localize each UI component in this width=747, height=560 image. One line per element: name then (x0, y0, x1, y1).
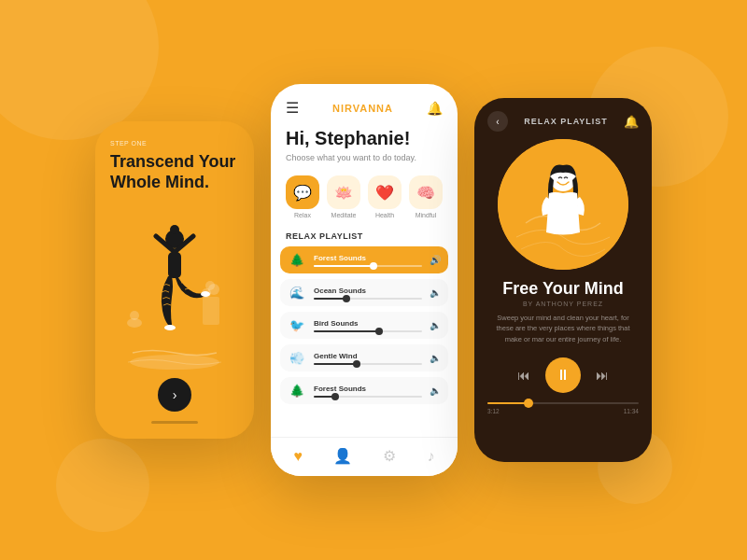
bell-icon[interactable]: 🔔 (427, 101, 443, 116)
pl-name-wind: Gentle Wind (314, 352, 422, 360)
subtitle: Choose what you want to do today. (271, 153, 458, 172)
headline: Transcend Your Whole Mind. (110, 152, 239, 192)
pl-fill-forest (314, 265, 374, 267)
yoga-illustration (123, 203, 226, 376)
health-label: Health (375, 212, 394, 218)
playlist-item-forest-active[interactable]: 🌲 Forest Sounds 🔊 (280, 246, 448, 273)
category-relax[interactable]: 💬 Relax (286, 175, 319, 218)
forest-icon: 🌲 (288, 253, 306, 267)
pl-dot-wind (353, 360, 360, 368)
mindful-label: Mindful (416, 212, 437, 218)
playlist-item-forest2[interactable]: 🌲 Forest Sounds 🔈 (280, 377, 448, 404)
pl-progress-forest2 (314, 396, 422, 398)
pl-dot-bird (375, 328, 383, 335)
bird-icon: 🐦 (288, 318, 306, 332)
song-description: Sweep your mind and clean your heart, fo… (474, 313, 652, 354)
album-art (498, 139, 628, 270)
playlist-list: 🌲 Forest Sounds 🔊 🌊 Ocean Sounds (271, 246, 458, 437)
pl-dot-forest (370, 262, 377, 270)
nav-user[interactable]: 👤 (333, 447, 352, 465)
pl-progress-wind (314, 363, 422, 365)
pl-name-forest: Forest Sounds (314, 254, 422, 262)
playlist-item-wind[interactable]: 💨 Gentle Wind 🔈 (280, 344, 448, 371)
bottom-nav: ♥ 👤 ⚙ ♪ (271, 437, 458, 476)
player-header: ‹ RELAX PLAYLIST 🔔 (474, 98, 652, 139)
progress-bar[interactable] (487, 402, 639, 404)
total-time: 11:34 (624, 408, 639, 414)
current-time: 3:12 (487, 408, 500, 414)
pl-name-ocean: Ocean Sounds (314, 287, 422, 295)
wind-icon: 💨 (288, 351, 306, 365)
player-title: RELAX PLAYLIST (524, 117, 608, 126)
next-button[interactable]: › (158, 378, 191, 412)
svg-rect-11 (168, 252, 181, 278)
app-header: ☰ NIRVANNA 🔔 (271, 84, 458, 124)
pl-dot-ocean (343, 295, 350, 302)
nav-heart[interactable]: ♥ (294, 448, 303, 465)
svg-point-4 (205, 281, 215, 290)
phone-main-app: ☰ NIRVANNA 🔔 Hi, Stephanie! Choose what … (271, 84, 458, 476)
back-button[interactable]: ‹ (487, 111, 508, 132)
pl-info-bird: Bird Sounds (314, 319, 422, 332)
relax-label: Relax (294, 212, 311, 218)
playlist-item-ocean[interactable]: 🌊 Ocean Sounds 🔈 (280, 279, 448, 306)
pl-info-forest: Forest Sounds (314, 254, 422, 267)
svg-rect-1 (203, 297, 219, 325)
greeting: Hi, Stephanie! (271, 124, 458, 153)
mindful-icon-box: 🧠 (409, 175, 443, 209)
pl-progress-ocean (314, 298, 422, 300)
pl-vol-forest: 🔊 (430, 255, 441, 265)
meditate-icon-box: 🪷 (327, 175, 360, 209)
health-icon-box: ❤️ (368, 175, 402, 209)
pl-fill-bird (314, 330, 379, 332)
pl-vol-bird: 🔈 (430, 320, 441, 330)
progress-times: 3:12 11:34 (487, 408, 639, 414)
progress-fill (487, 402, 529, 404)
ocean-icon: 🌊 (288, 286, 306, 300)
nav-music[interactable]: ♪ (427, 448, 434, 465)
pl-progress-forest (314, 265, 422, 267)
song-title: Free Your Mind (474, 279, 652, 301)
bottom-bar (151, 421, 198, 424)
pl-name-forest2: Forest Sounds (314, 385, 422, 393)
app-name: NIRVANNA (332, 103, 393, 114)
pl-dot-forest2 (331, 393, 339, 400)
pl-fill-wind (314, 363, 357, 365)
playlist-section-title: RELAX PLAYLIST (271, 228, 458, 246)
pl-info-forest2: Forest Sounds (314, 385, 422, 398)
progress-dot (524, 399, 533, 408)
pause-button[interactable]: ⏸ (545, 357, 581, 393)
category-health[interactable]: ❤️ Health (368, 175, 402, 218)
relax-icon-box: 💬 (286, 175, 319, 209)
svg-point-10 (170, 225, 179, 234)
forest2-icon: 🌲 (288, 384, 306, 398)
category-mindful[interactable]: 🧠 Mindful (409, 175, 443, 218)
menu-icon[interactable]: ☰ (286, 99, 299, 117)
step-label: STEP ONE (110, 140, 239, 147)
pl-progress-bird (314, 330, 422, 332)
illustration-area (110, 202, 239, 378)
nav-settings[interactable]: ⚙ (383, 447, 396, 465)
category-icons: 💬 Relax 🪷 Meditate ❤️ Health 🧠 Mindful (271, 172, 458, 228)
pl-vol-forest2: 🔈 (430, 385, 441, 396)
next-button[interactable]: ⏭ (596, 368, 609, 383)
playlist-item-bird[interactable]: 🐦 Bird Sounds 🔈 (280, 312, 448, 339)
pl-vol-ocean: 🔈 (430, 287, 441, 298)
phones-container: STEP ONE Transcend Your Whole Mind. (95, 84, 652, 476)
pl-fill-ocean (314, 298, 346, 300)
pl-info-ocean: Ocean Sounds (314, 287, 422, 300)
pl-info-wind: Gentle Wind (314, 352, 422, 365)
svg-point-12 (164, 325, 176, 330)
pl-name-bird: Bird Sounds (314, 319, 422, 328)
category-meditate[interactable]: 🪷 Meditate (327, 175, 360, 218)
player-illustration (498, 139, 628, 270)
progress-bar-wrap: 3:12 11:34 (474, 400, 652, 418)
phone-onboarding: STEP ONE Transcend Your Whole Mind. (95, 121, 254, 439)
prev-button[interactable]: ⏮ (517, 368, 530, 383)
svg-point-6 (130, 311, 139, 320)
meditate-label: Meditate (331, 212, 357, 218)
player-controls: ⏮ ⏸ ⏭ (474, 354, 652, 400)
by-label: BY ANTHONY PEREZ (474, 301, 652, 307)
player-bell-icon[interactable]: 🔔 (624, 115, 639, 129)
phone-player: ‹ RELAX PLAYLIST 🔔 (474, 98, 652, 462)
